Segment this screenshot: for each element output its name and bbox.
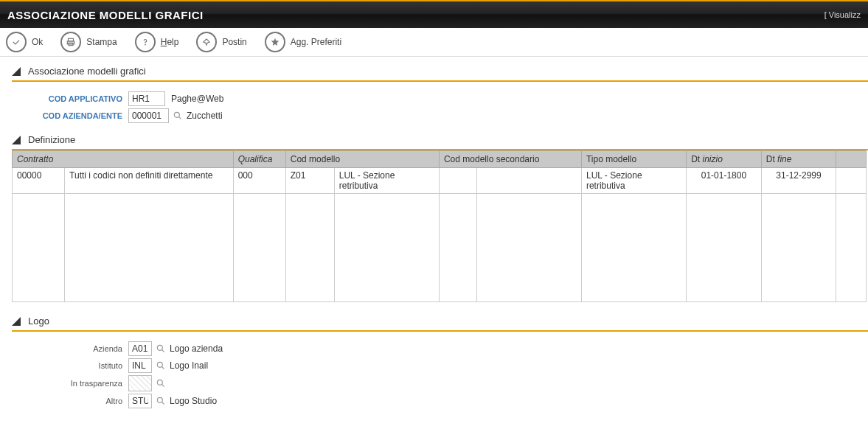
svg-point-3 xyxy=(145,44,145,45)
cod-applicativo-input[interactable] xyxy=(128,91,165,106)
cod-azienda-input[interactable] xyxy=(128,108,169,123)
title-bar: ASSOCIAZIONE MODELLI GRAFICI [ Visualizz xyxy=(0,0,868,28)
question-icon xyxy=(135,32,156,52)
collapse-icon xyxy=(12,136,21,144)
col-tipo-modello[interactable]: Tipo modello xyxy=(581,151,686,168)
svg-line-12 xyxy=(162,385,164,387)
svg-marker-4 xyxy=(271,38,280,46)
section-logo[interactable]: Logo xyxy=(12,313,868,332)
svg-line-14 xyxy=(162,402,164,405)
azienda-desc: Logo azienda xyxy=(170,343,391,354)
svg-line-10 xyxy=(162,367,164,369)
add-favorite-button[interactable]: Agg. Preferiti xyxy=(265,32,341,52)
ok-button[interactable]: Ok xyxy=(6,32,43,52)
col-dt-fine[interactable]: Dt fine xyxy=(761,151,836,168)
svg-point-7 xyxy=(157,345,162,350)
collapse-icon xyxy=(12,317,21,326)
cod-applicativo-desc: Paghe@Web xyxy=(171,94,392,104)
svg-point-9 xyxy=(157,362,162,367)
svg-line-8 xyxy=(162,350,164,352)
search-icon[interactable] xyxy=(172,110,184,122)
printer-icon xyxy=(60,32,81,52)
cod-azienda-desc: Zucchetti xyxy=(187,111,408,121)
svg-point-11 xyxy=(157,380,162,385)
section-definizione[interactable]: Definizione xyxy=(12,131,868,150)
col-cod-modello-sec[interactable]: Cod modello secondario xyxy=(439,151,581,168)
azienda-input[interactable] xyxy=(128,341,152,356)
page-title: ASSOCIAZIONE MODELLI GRAFICI xyxy=(7,9,204,21)
search-icon[interactable] xyxy=(155,377,167,389)
svg-point-13 xyxy=(157,397,162,402)
svg-point-5 xyxy=(174,112,179,117)
altro-desc: Logo Studio xyxy=(170,396,391,406)
cod-applicativo-label: COD APPLICATIVO xyxy=(12,94,128,103)
svg-line-6 xyxy=(179,117,181,119)
search-icon[interactable] xyxy=(155,395,167,407)
azienda-label: Azienda xyxy=(12,344,128,353)
print-button[interactable]: Stampa xyxy=(60,32,117,52)
section-associazione[interactable]: Associazione modelli grafici xyxy=(12,63,868,82)
col-extra xyxy=(836,151,867,168)
col-qualifica[interactable]: Qualifica xyxy=(233,151,285,168)
altro-label: Altro xyxy=(12,397,128,405)
view-link[interactable]: [ Visualizz xyxy=(824,10,861,19)
col-cod-modello[interactable]: Cod modello xyxy=(285,151,439,168)
check-icon xyxy=(6,32,27,52)
col-dt-inizio[interactable]: Dt inizio xyxy=(687,151,762,168)
trasparenza-input[interactable] xyxy=(128,375,152,391)
definition-table: Contratto Qualifica Cod modello Cod mode… xyxy=(12,150,867,302)
toolbar: Ok Stampa Help Postin Agg. Preferiti xyxy=(0,28,868,57)
altro-input[interactable] xyxy=(128,394,152,408)
istituto-input[interactable] xyxy=(128,358,152,373)
table-row[interactable]: 00000 Tutti i codici non definiti dirett… xyxy=(13,168,867,194)
trasparenza-label: In trasparenza xyxy=(12,379,128,388)
table-header-row: Contratto Qualifica Cod modello Cod mode… xyxy=(13,151,867,168)
collapse-icon xyxy=(12,67,21,76)
help-button[interactable]: Help xyxy=(135,32,179,52)
col-contratto[interactable]: Contratto xyxy=(13,151,234,168)
search-icon[interactable] xyxy=(155,343,167,355)
pin-icon xyxy=(196,32,217,52)
istituto-desc: Logo Inail xyxy=(170,360,391,371)
istituto-label: Istituto xyxy=(12,361,128,370)
search-icon[interactable] xyxy=(155,360,167,372)
table-empty-area xyxy=(13,194,867,302)
postin-button[interactable]: Postin xyxy=(196,32,246,52)
cod-azienda-label: COD AZIENDA/ENTE xyxy=(12,111,128,120)
star-icon xyxy=(265,32,285,52)
